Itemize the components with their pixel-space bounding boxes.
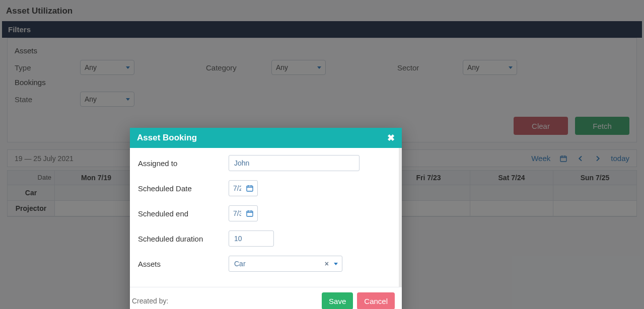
scheduled-duration-label: Scheduled duration xyxy=(138,235,229,243)
modal-footer: Created by: Save Cancel xyxy=(130,287,402,309)
assigned-to-input[interactable] xyxy=(229,155,360,171)
close-icon[interactable]: ✖ xyxy=(387,133,395,142)
save-button[interactable]: Save xyxy=(322,292,353,309)
assets-select-value: Car xyxy=(234,260,323,268)
assets-label: Assets xyxy=(138,260,229,268)
scheduled-date-input[interactable] xyxy=(229,180,258,196)
chevron-down-icon xyxy=(334,263,338,265)
clear-asset-icon[interactable]: × xyxy=(323,260,331,268)
cancel-button[interactable]: Cancel xyxy=(357,292,395,309)
assigned-to-label: Assigned to xyxy=(138,159,229,168)
scheduled-end-input[interactable] xyxy=(229,205,258,221)
asset-booking-modal: Asset Booking ✖ Assigned to Scheduled Da… xyxy=(130,128,402,309)
modal-header: Asset Booking ✖ xyxy=(130,128,402,148)
assets-select[interactable]: Car × xyxy=(229,256,342,272)
scheduled-date-label: Scheduled Date xyxy=(138,184,229,193)
created-by-label: Created by: xyxy=(130,297,322,305)
scheduled-end-label: Scheduled end xyxy=(138,209,229,218)
scheduled-duration-input[interactable] xyxy=(229,230,274,247)
modal-title: Asset Booking xyxy=(137,133,197,143)
